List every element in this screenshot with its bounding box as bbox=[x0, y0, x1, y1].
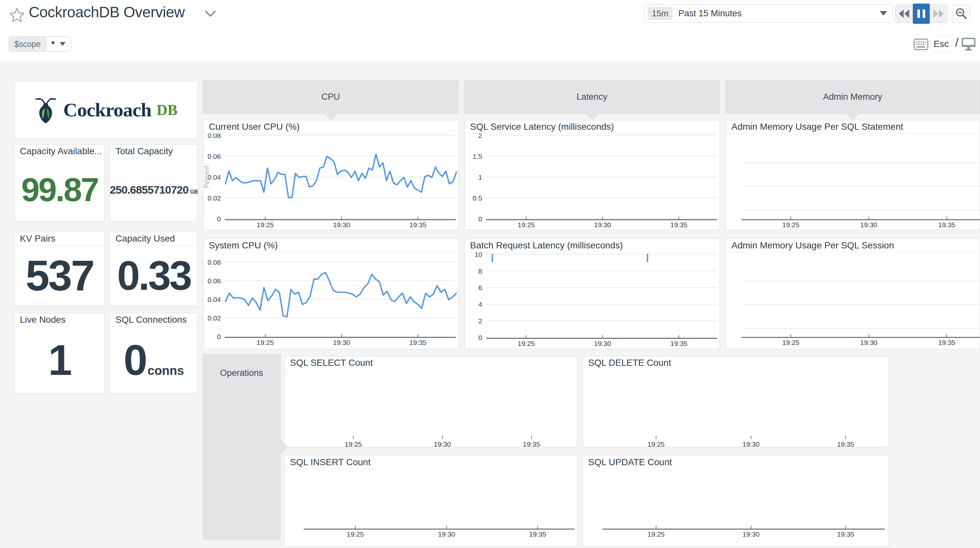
svg-text:19:30: 19:30 bbox=[743, 440, 760, 447]
svg-text:19:25: 19:25 bbox=[782, 339, 800, 346]
page-title[interactable]: CockroachDB Overview bbox=[29, 3, 185, 21]
live-nodes-card: Live Nodes 1 bbox=[14, 313, 105, 394]
cockroachdb-logo: Cockroach DB bbox=[15, 81, 197, 138]
kv-pairs-card: KV Pairs 537 bbox=[14, 232, 105, 306]
svg-text:19:30: 19:30 bbox=[860, 339, 878, 346]
sql-connections-value: 0 bbox=[124, 335, 146, 385]
group-label-operations: Operations bbox=[203, 368, 280, 378]
svg-text:19:30: 19:30 bbox=[743, 531, 760, 538]
rewind-button[interactable] bbox=[896, 5, 913, 22]
svg-text:0: 0 bbox=[478, 334, 482, 342]
svg-text:19:25: 19:25 bbox=[518, 221, 535, 229]
system-cpu-plot-area[interactable]: 0.080.060.040.02019:2519:3019:35 bbox=[204, 252, 458, 349]
scope-value: * bbox=[51, 40, 55, 49]
pause-button[interactable] bbox=[913, 3, 930, 24]
group-header-operations[interactable]: Operations bbox=[203, 354, 280, 540]
scope-value-dropdown[interactable]: * bbox=[46, 37, 71, 51]
sql-select-count-plot-area[interactable]: 19:2519:3019:35 bbox=[285, 370, 577, 447]
top-header: CockroachDB Overview 15m Past 15 Minutes bbox=[0, 0, 980, 62]
sql-service-latency-chart-card[interactable]: SQL Service Latency (milliseconds)21.510… bbox=[465, 120, 720, 230]
dashboard-screen: CockroachDB Overview 15m Past 15 Minutes bbox=[0, 0, 980, 548]
sql-update-count-chart-card[interactable]: SQL UPDATE Count19:2519:3019:35 bbox=[583, 456, 888, 547]
sql-delete-count-chart-card[interactable]: SQL DELETE Count19:2519:3019:35 bbox=[583, 356, 888, 447]
cockroach-bug-icon bbox=[35, 97, 57, 124]
svg-text:19:35: 19:35 bbox=[523, 440, 540, 447]
batch-request-latency-chart-card[interactable]: Batch Request Latency (milliseconds)1086… bbox=[465, 238, 720, 349]
group-label-cpu: CPU bbox=[321, 92, 340, 102]
total-capacity-card: Total Capacity 250.6855710720 GB bbox=[110, 145, 198, 222]
template-variable-scope: $scope * bbox=[9, 37, 71, 51]
svg-text:Percent: Percent bbox=[204, 165, 210, 188]
capacity-available-card: Capacity Available... 99.87 bbox=[14, 145, 105, 222]
logo-brand-suffix: DB bbox=[157, 102, 177, 119]
svg-text:0.02: 0.02 bbox=[207, 314, 221, 322]
sql-connections-title: SQL Connections bbox=[110, 313, 197, 327]
svg-text:19:25: 19:25 bbox=[257, 221, 274, 229]
title-chevron-down-icon[interactable] bbox=[205, 10, 216, 19]
svg-text:19:25: 19:25 bbox=[518, 340, 535, 347]
svg-text:1.5: 1.5 bbox=[473, 152, 482, 160]
svg-text:19:25: 19:25 bbox=[648, 440, 665, 447]
sql-update-count-plot-area[interactable]: 19:2519:3019:35 bbox=[583, 469, 888, 547]
svg-text:0.02: 0.02 bbox=[207, 194, 221, 202]
svg-text:0.06: 0.06 bbox=[207, 152, 221, 160]
time-range-badge: 15m bbox=[648, 7, 673, 20]
time-range-caret-icon bbox=[880, 11, 887, 16]
svg-text:0: 0 bbox=[217, 333, 221, 340]
svg-text:0.08: 0.08 bbox=[207, 133, 221, 139]
svg-text:0.06: 0.06 bbox=[207, 277, 221, 284]
svg-text:19:25: 19:25 bbox=[257, 339, 274, 346]
svg-text:2: 2 bbox=[478, 317, 482, 325]
svg-text:0.04: 0.04 bbox=[207, 296, 221, 303]
batch-request-latency-plot-area[interactable]: 108642019:2519:3019:35 bbox=[465, 252, 720, 349]
sql-select-count-chart-title: SQL SELECT Count bbox=[285, 356, 577, 370]
capacity-used-card: Capacity Used 0.33 bbox=[110, 232, 198, 306]
admin-mem-session-plot-area[interactable]: 19:2519:3019:35 bbox=[726, 252, 980, 349]
pause-bar-icon bbox=[923, 10, 925, 18]
svg-text:0: 0 bbox=[217, 215, 221, 222]
esc-key-label: Esc bbox=[934, 39, 949, 49]
admin-mem-session-chart-card[interactable]: Admin Memory Usage Per SQL Session19:251… bbox=[726, 238, 980, 349]
live-nodes-title: Live Nodes bbox=[15, 313, 104, 327]
svg-text:19:35: 19:35 bbox=[670, 340, 688, 347]
group-header-latency[interactable]: Latency bbox=[464, 80, 720, 114]
scope-variable-name: $scope bbox=[9, 37, 46, 51]
svg-text:2: 2 bbox=[478, 133, 482, 139]
system-cpu-series-line bbox=[226, 273, 457, 317]
esc-key-button[interactable]: Esc bbox=[931, 36, 952, 52]
keyboard-icon[interactable] bbox=[913, 38, 929, 51]
svg-text:19:25: 19:25 bbox=[782, 221, 800, 229]
svg-text:19:35: 19:35 bbox=[938, 221, 956, 229]
system-cpu-chart-card[interactable]: System CPU (%)0.080.060.040.02019:2519:3… bbox=[203, 238, 459, 349]
svg-text:19:30: 19:30 bbox=[594, 221, 611, 229]
capacity-available-title: Capacity Available... bbox=[15, 145, 104, 158]
svg-text:8: 8 bbox=[478, 267, 482, 275]
current-user-cpu-series-line bbox=[226, 154, 457, 197]
sql-insert-count-plot-area[interactable]: 19:2519:3019:35 bbox=[285, 469, 577, 547]
sql-insert-count-chart-card[interactable]: SQL INSERT Count19:2519:3019:35 bbox=[285, 456, 577, 547]
sql-service-latency-plot-area[interactable]: 21.510.5019:2519:3019:35 bbox=[465, 133, 720, 230]
svg-text:19:35: 19:35 bbox=[409, 339, 427, 346]
group-header-admin-memory[interactable]: Admin Memory bbox=[725, 80, 980, 114]
svg-text:19:25: 19:25 bbox=[347, 531, 364, 538]
favorite-star-icon[interactable] bbox=[9, 7, 25, 24]
svg-text:19:35: 19:35 bbox=[837, 440, 854, 447]
admin-mem-statement-chart-card[interactable]: Admin Memory Usage Per SQL Statement19:2… bbox=[726, 120, 980, 230]
svg-text:1: 1 bbox=[478, 173, 482, 181]
capacity-used-title: Capacity Used bbox=[110, 232, 197, 245]
time-range-picker[interactable]: 15m Past 15 Minutes bbox=[644, 4, 893, 22]
group-label-latency: Latency bbox=[576, 92, 608, 102]
group-header-cpu[interactable]: CPU bbox=[203, 80, 459, 114]
admin-mem-statement-plot-area[interactable]: 19:2519:3019:35 bbox=[726, 133, 980, 230]
svg-text:19:35: 19:35 bbox=[938, 339, 956, 346]
monitor-fullscreen-icon[interactable] bbox=[961, 37, 976, 52]
capacity-available-value: 99.87 bbox=[21, 171, 98, 209]
current-user-cpu-chart-card[interactable]: Current User CPU (%)0.080.060.040.02019:… bbox=[203, 120, 459, 230]
fast-forward-button[interactable] bbox=[930, 5, 947, 22]
current-user-cpu-plot-area[interactable]: 0.080.060.040.02019:2519:3019:35Percent bbox=[204, 133, 458, 230]
sql-delete-count-plot-area[interactable]: 19:2519:3019:35 bbox=[583, 370, 888, 447]
zoom-out-button[interactable] bbox=[952, 5, 970, 23]
sql-select-count-chart-card[interactable]: SQL SELECT Count19:2519:3019:35 bbox=[285, 356, 577, 447]
time-range-label: Past 15 Minutes bbox=[679, 8, 742, 19]
cockroachdb-logo-card: Cockroach DB bbox=[14, 81, 198, 139]
